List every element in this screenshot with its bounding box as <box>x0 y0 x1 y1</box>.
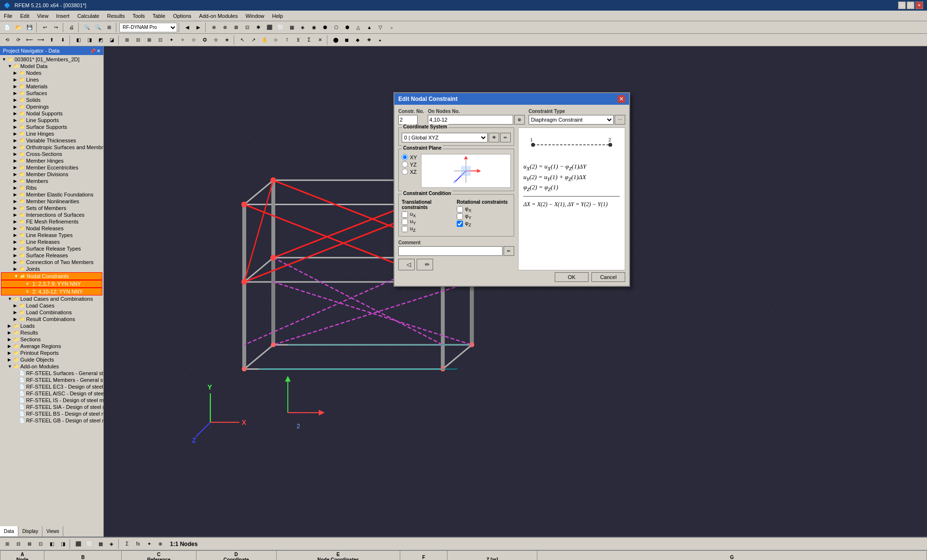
constraint-type-details-button[interactable]: ⋯ <box>615 115 625 125</box>
tb-btn-5[interactable]: ✱ <box>253 22 264 33</box>
tree-item-50[interactable]: 📄RF-STEEL IS - Design of steel mem... <box>1 397 102 404</box>
menu-table[interactable]: Table <box>149 12 169 20</box>
tree-item-38[interactable]: ▶📁Result Combinations <box>1 316 102 322</box>
tb2-btn-5[interactable]: ⬆ <box>46 35 57 45</box>
tree-item-49[interactable]: 📄RF-STEEL AISC - Design of steel m... <box>1 390 102 397</box>
menu-options[interactable]: Options <box>169 12 195 20</box>
tb2-btn-19[interactable]: ✫ <box>211 35 221 45</box>
tb2-btn-11[interactable]: ⊞ <box>122 35 132 45</box>
tree-item-18[interactable]: ▶📁Members <box>1 178 102 184</box>
uz-checkbox[interactable] <box>402 226 408 232</box>
radio-yz-input[interactable] <box>402 161 408 168</box>
tree-item-11[interactable]: ▶📁Line Hinges <box>1 130 102 137</box>
radio-xy[interactable]: XY <box>402 154 417 160</box>
tree-item-3[interactable]: ▶📁Lines <box>1 76 102 83</box>
on-nodes-pick-button[interactable]: ⊕ <box>514 115 525 125</box>
tree-item-42[interactable]: ▶📁Average Regions <box>1 343 102 350</box>
tree-item-19[interactable]: ▶📁Ribs <box>1 184 102 191</box>
bt-btn-14[interactable]: ⊕ <box>155 539 166 549</box>
menu-edit[interactable]: Edit <box>16 12 33 20</box>
checkbox-ux[interactable]: uX <box>402 211 456 218</box>
edit-button[interactable]: ✏ <box>417 259 433 270</box>
tb2-btn-13[interactable]: ⊠ <box>144 35 154 45</box>
cancel-button[interactable]: Cancel <box>591 272 625 282</box>
tree-item-48[interactable]: 📄RF-STEEL EC3 - Design of steel me... <box>1 383 102 390</box>
bt-btn-13[interactable]: ✦ <box>144 539 154 549</box>
tree-item-30[interactable]: ▶📁Connection of Two Members <box>1 259 102 266</box>
tree-item-34[interactable]: ✕2: 4,10-12; YYN NNY <box>1 288 102 295</box>
tb2-btn-26[interactable]: ⬤ <box>330 35 341 45</box>
save-button[interactable]: 💾 <box>24 22 35 33</box>
radio-xz-input[interactable] <box>402 168 408 175</box>
tree-item-25[interactable]: ▶📁Nodal Releases <box>1 225 102 232</box>
nav-tab-display[interactable]: Display <box>18 526 42 536</box>
redo-button[interactable]: ↪ <box>51 22 61 33</box>
tb2-btn-4[interactable]: ⟶ <box>35 35 46 45</box>
tree-item-15[interactable]: ▶📁Member Hinges <box>1 157 102 164</box>
tree-item-27[interactable]: ▶📁Line Releases <box>1 238 102 245</box>
bt-btn-4[interactable]: ⊡ <box>35 539 46 549</box>
tb-btn-4[interactable]: ⊡ <box>242 22 253 33</box>
tb2-btn-2[interactable]: ⟳ <box>13 35 24 45</box>
tree-item-21[interactable]: ▶📁Member Nonlinearities <box>1 198 102 205</box>
tb2-btn-24[interactable]: Σ <box>304 35 314 45</box>
window-controls[interactable]: ─ □ ✕ <box>898 1 923 9</box>
tree-item-43[interactable]: ▶📁Printout Reports <box>1 350 102 356</box>
tb2-select-mode[interactable]: ↖ <box>237 35 248 45</box>
bt-btn-1[interactable]: ⊞ <box>2 539 13 549</box>
tree-item-52[interactable]: 📄RF-STEEL BS - Design of steel me... <box>1 410 102 417</box>
radio-xz[interactable]: XZ <box>402 168 417 175</box>
tb-btn-9[interactable]: ◈ <box>297 22 308 33</box>
tree-item-0[interactable]: ▼📁003801* [01_Members_2D] <box>1 56 102 63</box>
ok-button[interactable]: OK <box>555 272 589 282</box>
coord-system-select[interactable]: 0 | Global XYZ <box>402 133 488 142</box>
checkbox-uy[interactable]: uY <box>402 218 456 225</box>
tree-item-31[interactable]: ▶📁Joints <box>1 266 102 272</box>
nav-tab-data[interactable]: Data <box>0 526 18 536</box>
phiY-checkbox[interactable] <box>457 213 463 220</box>
zoom-fit-button[interactable]: ⊞ <box>104 22 114 33</box>
bt-btn-11[interactable]: Σ <box>122 539 132 549</box>
tb2-btn-20[interactable]: ✬ <box>222 35 232 45</box>
tree-item-37[interactable]: ▶📁Load Combinations <box>1 309 102 316</box>
tree-item-44[interactable]: ▶📁Guide Objects <box>1 356 102 363</box>
close-button[interactable]: ✕ <box>915 1 923 9</box>
tree-item-33[interactable]: ✕1: 2,3,7,9; YYN NNY <box>1 280 102 288</box>
tb-btn-8[interactable]: ▦ <box>286 22 297 33</box>
zoom-out-button[interactable]: 🔍 <box>93 22 103 33</box>
tree-item-47[interactable]: 📄RF-STEEL Members - General stres... <box>1 377 102 383</box>
menu-window[interactable]: Window <box>241 12 268 20</box>
tree-item-32[interactable]: ▼📁Nodal Constraints <box>1 272 102 280</box>
tree-item-17[interactable]: ▶📁Member Divisions <box>1 171 102 178</box>
bt-btn-9[interactable]: ▦ <box>95 539 106 549</box>
new-button[interactable]: 📄 <box>2 22 13 33</box>
tree-item-10[interactable]: ▶📁Surface Supports <box>1 124 102 130</box>
tb2-btn-7[interactable]: ◧ <box>73 35 84 45</box>
checkbox-phiZ[interactable]: φZ <box>457 220 511 227</box>
bt-btn-12[interactable]: fx <box>133 539 143 549</box>
tb2-btn-21[interactable]: ⊹ <box>270 35 281 45</box>
tb-btn-16[interactable]: ▽ <box>375 22 386 33</box>
tree-item-39[interactable]: ▶📁Loads <box>1 322 102 329</box>
dialog-close-button[interactable]: ✕ <box>618 95 625 103</box>
menu-addon[interactable]: Add-on Modules <box>195 12 241 20</box>
checkbox-uz[interactable]: uZ <box>402 225 456 233</box>
bt-btn-8[interactable]: ⬜ <box>84 539 95 549</box>
tree-item-53[interactable]: 📄RF-STEEL GB - Design of steel mer... <box>1 417 102 424</box>
on-nodes-input[interactable] <box>428 115 513 125</box>
bt-btn-5[interactable]: ◧ <box>46 539 57 549</box>
tb-btn-13[interactable]: ⬢ <box>342 22 352 33</box>
tb2-btn-8[interactable]: ◨ <box>84 35 95 45</box>
tb2-btn-3[interactable]: ⟵ <box>24 35 35 45</box>
nav-tab-views[interactable]: Views <box>42 526 64 536</box>
tree-item-12[interactable]: ▶📁Variable Thicknesses <box>1 137 102 144</box>
tree-item-5[interactable]: ▶📁Surfaces <box>1 90 102 97</box>
tree-item-7[interactable]: ▶📁Openings <box>1 103 102 110</box>
menu-insert[interactable]: Insert <box>52 12 73 20</box>
tb2-btn-9[interactable]: ◩ <box>95 35 106 45</box>
module-combo[interactable]: RF-DYNAM Pro <box>119 23 177 32</box>
tree-item-28[interactable]: ▶📁Surface Release Types <box>1 245 102 252</box>
menu-calculate[interactable]: Calculate <box>73 12 103 20</box>
tree-item-20[interactable]: ▶📁Member Elastic Foundations <box>1 191 102 198</box>
tb2-btn-15[interactable]: ✦ <box>166 35 177 45</box>
